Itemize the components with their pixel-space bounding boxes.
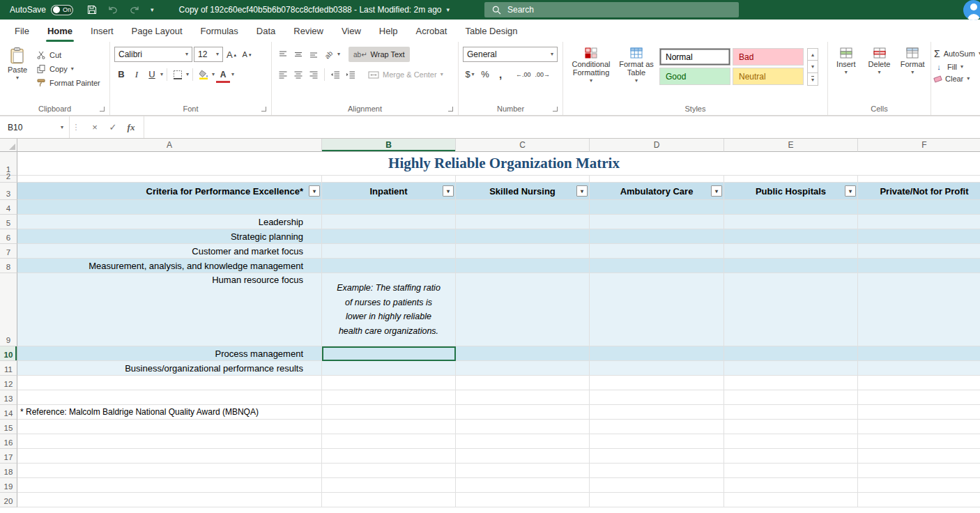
- orientation-button[interactable]: ab: [322, 47, 336, 62]
- cell-E2[interactable]: [724, 176, 858, 183]
- cell-A19[interactable]: [17, 478, 322, 493]
- cell-E13[interactable]: [724, 390, 858, 405]
- cell-A20[interactable]: [17, 493, 322, 507]
- row-header-2[interactable]: 2: [0, 176, 17, 183]
- cell-B10[interactable]: [322, 346, 456, 361]
- cell-C11[interactable]: [456, 361, 590, 376]
- italic-button[interactable]: I: [130, 67, 144, 82]
- row-header-18[interactable]: 18: [0, 464, 17, 478]
- row-header-14[interactable]: 14: [0, 405, 17, 420]
- account-avatar[interactable]: [963, 0, 980, 20]
- cell-E16[interactable]: [724, 434, 858, 449]
- cell-F8[interactable]: [858, 259, 980, 273]
- clipboard-dialog-launcher[interactable]: [100, 107, 105, 112]
- cell-E19[interactable]: [724, 478, 858, 493]
- row-header-13[interactable]: 13: [0, 390, 17, 405]
- cell-D20[interactable]: [590, 493, 724, 507]
- select-all-button[interactable]: [0, 139, 17, 152]
- cell-F10[interactable]: [858, 346, 980, 361]
- cell-C18[interactable]: [456, 464, 590, 478]
- cell-E18[interactable]: [724, 464, 858, 478]
- font-dialog-launcher[interactable]: [261, 107, 266, 112]
- font-name-select[interactable]: Calibri ▾: [114, 47, 192, 62]
- cancel-button[interactable]: ×: [88, 122, 102, 132]
- row-header-8[interactable]: 8: [0, 259, 17, 273]
- cell-E11[interactable]: [724, 361, 858, 376]
- row-header-15[interactable]: 15: [0, 420, 17, 434]
- autosave-toggle[interactable]: On: [51, 5, 73, 15]
- cell-C12[interactable]: [456, 376, 590, 390]
- cell-B13[interactable]: [322, 390, 456, 405]
- cell-D19[interactable]: [590, 478, 724, 493]
- cell-C19[interactable]: [456, 478, 590, 493]
- wrap-text-button[interactable]: ab↵ Wrap Text: [349, 47, 410, 62]
- chevron-down-icon[interactable]: ▾: [337, 52, 340, 57]
- delete-cells-button[interactable]: Delete ▾: [864, 44, 895, 75]
- autosave-control[interactable]: AutoSave On: [10, 5, 73, 15]
- conditional-formatting-button[interactable]: Conditional Formatting ▾: [566, 44, 616, 84]
- filter-button-A3[interactable]: ▾: [309, 185, 320, 197]
- redo-button[interactable]: [129, 6, 140, 15]
- name-box[interactable]: B10 ▾: [0, 116, 70, 138]
- cell-D18[interactable]: [590, 464, 724, 478]
- row-header-12[interactable]: 12: [0, 376, 17, 390]
- cell-A3[interactable]: Criteria for Performance Excellence*▾: [17, 183, 322, 200]
- align-top-button[interactable]: [276, 47, 290, 62]
- percent-style-button[interactable]: %: [478, 67, 492, 82]
- cell-E6[interactable]: [724, 229, 858, 244]
- decrease-font-size-button[interactable]: A▾: [240, 47, 254, 62]
- fill-button[interactable]: ↓ Fill ▾: [934, 63, 980, 71]
- cell-A14[interactable]: * Reference: Malcolm Baldrige National Q…: [17, 405, 322, 420]
- row-header-9[interactable]: 9: [0, 273, 17, 346]
- cell-A15[interactable]: [17, 420, 322, 434]
- gallery-down-button[interactable]: ▾: [807, 61, 818, 73]
- cell-C9[interactable]: [456, 273, 590, 346]
- row-header-19[interactable]: 19: [0, 478, 17, 493]
- cell-C16[interactable]: [456, 434, 590, 449]
- cell-E12[interactable]: [724, 376, 858, 390]
- cell-A2[interactable]: [17, 176, 322, 183]
- align-middle-button[interactable]: [291, 47, 305, 62]
- cell-D4[interactable]: [590, 200, 724, 215]
- chevron-down-icon[interactable]: ▾: [186, 72, 189, 77]
- column-header-A[interactable]: A: [17, 139, 322, 152]
- undo-button[interactable]: [107, 6, 118, 15]
- cell-E3[interactable]: Public Hospitals▾: [724, 183, 858, 200]
- cell-B4[interactable]: [322, 200, 456, 215]
- cell-C4[interactable]: [456, 200, 590, 215]
- cell-F19[interactable]: [858, 478, 980, 493]
- gallery-more-button[interactable]: ▾: [807, 73, 818, 86]
- cell-F6[interactable]: [858, 229, 980, 244]
- cell-B2[interactable]: [322, 176, 456, 183]
- style-neutral[interactable]: Neutral: [733, 68, 804, 85]
- cell-E17[interactable]: [724, 449, 858, 464]
- cell-F4[interactable]: [858, 200, 980, 215]
- bold-button[interactable]: B: [114, 67, 128, 82]
- cell-C7[interactable]: [456, 244, 590, 259]
- merge-and-center-button[interactable]: Merge & Center ▾: [365, 67, 447, 82]
- cell-C8[interactable]: [456, 259, 590, 273]
- alignment-dialog-launcher[interactable]: [448, 107, 453, 112]
- cell-C3[interactable]: Skilled Nursing▾: [456, 183, 590, 200]
- cell-E8[interactable]: [724, 259, 858, 273]
- cell-B12[interactable]: [322, 376, 456, 390]
- tab-review[interactable]: Review: [284, 20, 332, 42]
- row-header-5[interactable]: 5: [0, 215, 17, 229]
- row-header-3[interactable]: 3: [0, 183, 17, 200]
- font-color-button[interactable]: A: [216, 67, 230, 82]
- decrease-decimal-button[interactable]: .00→: [534, 67, 552, 82]
- save-button[interactable]: [87, 5, 97, 15]
- paste-button[interactable]: Paste ▾: [3, 44, 32, 81]
- align-bottom-button[interactable]: [307, 47, 321, 62]
- style-good[interactable]: Good: [659, 68, 730, 85]
- filter-button-B3[interactable]: ▾: [443, 185, 454, 197]
- formula-input[interactable]: [144, 116, 980, 138]
- cell-E5[interactable]: [724, 215, 858, 229]
- cell-A5[interactable]: Leadership: [17, 215, 322, 229]
- cell-A7[interactable]: Customer and market focus: [17, 244, 322, 259]
- cell-C10[interactable]: [456, 346, 590, 361]
- increase-font-size-button[interactable]: A▴: [224, 47, 238, 62]
- number-dialog-launcher[interactable]: [553, 107, 558, 112]
- enter-button[interactable]: ✓: [106, 122, 120, 132]
- decrease-indent-button[interactable]: [328, 68, 342, 82]
